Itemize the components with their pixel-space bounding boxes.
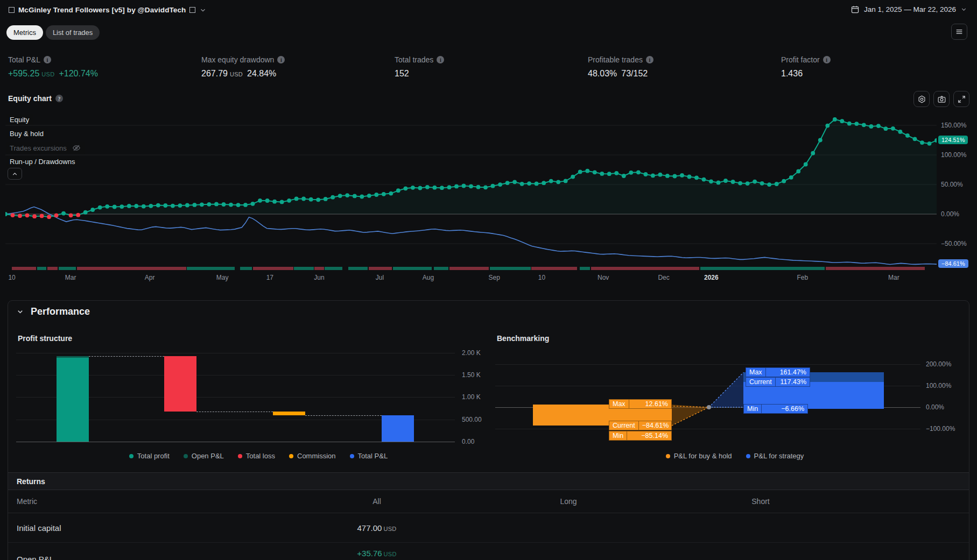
strip-segment (700, 267, 825, 270)
legend-dot (129, 454, 133, 458)
strip-segment (490, 267, 531, 270)
label-key: Min (609, 431, 627, 440)
strip-segment (314, 267, 324, 270)
legend-item: P&L for strategy (746, 452, 804, 460)
label-key: Min (744, 405, 762, 413)
waterfall-bar-total-p-l (382, 415, 414, 442)
summary-stats-row: Total P&Li +595.25USD+120.74% Max equity… (8, 55, 974, 79)
chart-snapshot-button[interactable] (933, 91, 950, 107)
label-value: −85.14% (627, 431, 671, 440)
strip-segment (59, 267, 76, 270)
stat-value: 48.03% (588, 69, 617, 79)
legend-label: Open P&L (192, 452, 224, 460)
profit-structure-title: Profit structure (18, 334, 72, 343)
x-axis-tick: Feb (797, 274, 809, 281)
stat-label: Profitable trades (588, 55, 643, 64)
calendar-icon (851, 5, 860, 14)
performance-section-header[interactable]: Performance (16, 306, 90, 317)
runup-drawdown-strip (5, 267, 937, 270)
y-axis-tick: 150.00% (941, 122, 966, 129)
tab-list-of-trades[interactable]: List of trades (46, 25, 100, 40)
waterfall-connector (196, 412, 273, 412)
strip-segment (12, 267, 36, 270)
column-short: Short (751, 497, 769, 506)
stat-value: 267.79 (201, 69, 228, 79)
x-axis-tick: Jul (376, 274, 384, 281)
info-icon[interactable]: i (277, 56, 285, 63)
chart-fullscreen-button[interactable] (953, 91, 969, 107)
equity-chart-plot[interactable] (5, 110, 937, 272)
info-icon[interactable]: i (823, 56, 831, 63)
benchmarking-chart: 200.00%100.00%0.00%−100.00%Max12.61%Curr… (495, 349, 974, 464)
returns-section-header: Returns (8, 472, 969, 490)
legend-label: Total loss (246, 452, 275, 460)
x-axis-tick: Apr (145, 274, 155, 281)
layout-list-button[interactable] (951, 24, 967, 40)
x-axis-tick: Mar (65, 274, 76, 281)
date-range-picker[interactable]: Jan 1, 2025 — Mar 22, 2026 (851, 5, 967, 14)
column-all: All (372, 497, 381, 506)
legend-item: Open P&L (184, 452, 224, 460)
buyhold-current-label: Current−84.61% (609, 421, 672, 430)
x-axis-tick: Aug (423, 274, 434, 281)
x-axis-tick: 10 (8, 274, 15, 281)
strip-segment (253, 267, 293, 270)
strategy-tester-panel: McGinley Trend Followers [v5] by @Davidd… (0, 0, 977, 560)
x-axis-tick: Sep (489, 274, 500, 281)
x-axis-tick: Nov (598, 274, 609, 281)
strip-segment (826, 267, 924, 270)
returns-title: Returns (17, 477, 45, 486)
stat-currency: USD (230, 71, 243, 77)
y-axis-tick: 1.00 K (462, 393, 481, 401)
stat-label: Total P&L (8, 55, 40, 64)
strategy-chevron-down-icon[interactable] (199, 6, 207, 14)
legend-dot (184, 454, 188, 458)
table-row-open-pnl: Open P&L +35.76USD (8, 543, 969, 560)
benchmarking-title: Benchmarking (497, 334, 549, 343)
help-icon[interactable]: ? (55, 95, 63, 102)
x-axis-tick: Jun (314, 274, 324, 281)
row-value-all: 477.00USD (357, 523, 396, 533)
strip-segment (369, 267, 392, 270)
strip-segment (47, 267, 58, 270)
waterfall-bar-total-loss (164, 356, 196, 412)
info-icon[interactable]: i (44, 56, 51, 63)
y-axis-tick: 1.50 K (462, 371, 481, 379)
label-value: −6.66% (762, 405, 807, 413)
strategy-prefix-icon (9, 7, 15, 13)
info-icon[interactable]: i (646, 56, 653, 63)
label-key: Current (746, 378, 776, 386)
stat-value: +595.25 (8, 69, 39, 79)
strategy-max-label: Max161.47% (746, 367, 810, 377)
strategy-suffix-icon (189, 7, 195, 13)
stat-label: Profit factor (781, 55, 820, 64)
info-icon[interactable]: i (437, 56, 444, 63)
stat-total-pnl: Total P&Li +595.25USD+120.74% (8, 55, 201, 79)
x-axis-tick: 10 (538, 274, 545, 281)
equity-chart-x-axis: 10MarAprMay17JunJulAugSep10NovDec2026Feb… (5, 274, 937, 283)
legend-dot (746, 454, 750, 458)
tab-metrics[interactable]: Metrics (6, 25, 43, 40)
legend-dot (350, 454, 354, 458)
y-axis-tick: 0.00 (462, 438, 474, 445)
stat-secondary: 24.84% (247, 69, 276, 79)
equity-chart-header: Equity chart ? (8, 94, 63, 103)
strip-segment (449, 267, 489, 270)
waterfall-bar-total-profit (57, 358, 89, 442)
grid-line (16, 442, 455, 442)
label-key: Max (609, 400, 629, 408)
stat-secondary: +120.74% (59, 69, 98, 79)
column-metric: Metric (17, 497, 37, 506)
buyhold-max-label: Max12.61% (609, 399, 672, 409)
stat-profit-factor: Profit factori 1.436 (781, 55, 974, 79)
y-axis-tick: 50.00% (941, 181, 963, 188)
x-axis-tick: 17 (266, 274, 273, 281)
legend-item: Total loss (238, 452, 275, 460)
strip-segment (294, 267, 313, 270)
profit-structure-chart: 2.00 K1.50 K1.00 K500.000.00Total profit… (16, 349, 501, 464)
chart-settings-button[interactable] (913, 91, 930, 107)
strategy-title-row[interactable]: McGinley Trend Followers [v5] by @Davidd… (9, 6, 207, 14)
profit-structure-legend: Total profitOpen P&LTotal lossCommission… (16, 452, 501, 460)
buyhold-min-label: Min−85.14% (609, 431, 672, 441)
stat-profitable-trades: Profitable tradesi 48.03%73/152 (588, 55, 781, 79)
